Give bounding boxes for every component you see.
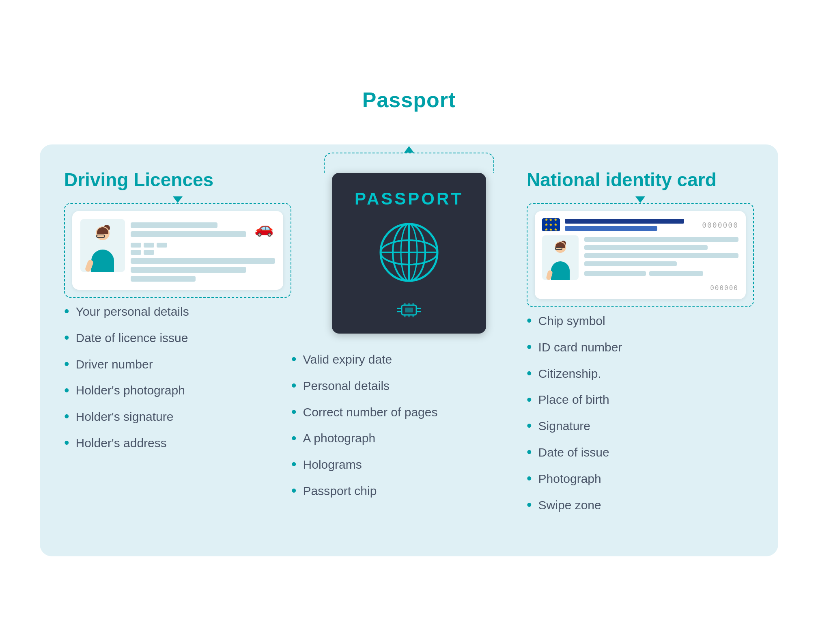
- pp-item-4: A photograph: [291, 429, 437, 448]
- eu-stars: ★ ★ ★★ ★ ★★ ★ ★: [545, 218, 558, 232]
- dl-mini-1: [131, 243, 141, 248]
- nid-item-1: Chip symbol: [527, 311, 622, 330]
- nid-bottom: 000000: [542, 284, 738, 292]
- driving-licences-column: Driving Licences: [64, 169, 291, 460]
- national-id-title: National identity card: [527, 169, 717, 191]
- nid-person-glasses: [555, 247, 562, 250]
- nid-info-lines: [584, 235, 738, 280]
- nid-person-illustration: [546, 237, 575, 280]
- nid-line-3: [584, 253, 738, 258]
- dl-person-illustration: [86, 223, 119, 272]
- nid-top-lines: [565, 219, 697, 231]
- dl-line-4: [131, 267, 246, 273]
- national-id-card: ★ ★ ★★ ★ ★★ ★ ★ 0000000: [535, 211, 746, 299]
- dl-item-2: Date of licence issue: [64, 328, 189, 347]
- national-id-column: National identity card ★ ★ ★★ ★ ★★ ★ ★: [527, 169, 754, 521]
- eu-flag-icon: ★ ★ ★★ ★ ★★ ★ ★: [542, 218, 560, 231]
- dl-info-lines: 🚗: [131, 219, 275, 282]
- dl-line-1: [131, 222, 217, 228]
- nid-line-row: [584, 271, 738, 276]
- globe-icon: [377, 220, 441, 286]
- columns: Driving Licences: [64, 169, 754, 524]
- dl-item-6: Holder's address: [64, 433, 189, 452]
- driving-licence-bracket: 🚗: [64, 203, 291, 298]
- dl-mini-4: [131, 250, 141, 255]
- page-title: Passport: [362, 88, 456, 112]
- nid-photo: [542, 235, 579, 280]
- dl-person-body: [91, 250, 114, 272]
- dl-item-1: Your personal details: [64, 302, 189, 321]
- pp-item-2: Personal details: [291, 376, 437, 395]
- dl-item-5: Holder's signature: [64, 407, 189, 426]
- nid-body: [542, 235, 738, 280]
- nid-number-bottom: 000000: [710, 284, 738, 292]
- nid-line-2: [584, 245, 708, 250]
- pp-item-5: Holograms: [291, 455, 437, 474]
- dl-mini-3: [157, 243, 167, 248]
- car-icon: 🚗: [254, 219, 273, 237]
- nid-item-2: ID card number: [527, 338, 622, 357]
- nid-top-row: ★ ★ ★★ ★ ★★ ★ ★ 0000000: [542, 218, 738, 231]
- dl-photo: [80, 219, 125, 272]
- national-id-bracket: ★ ★ ★★ ★ ★★ ★ ★ 0000000: [527, 203, 754, 307]
- passport-chip-icon: [397, 303, 421, 319]
- driving-licences-title: Driving Licences: [64, 169, 213, 191]
- dl-mini-blocks: [131, 243, 275, 255]
- main-area: Driving Licences: [40, 144, 778, 556]
- passport-list: Valid expiry date Personal details Corre…: [291, 350, 437, 508]
- nid-line-5b: [649, 271, 703, 276]
- dl-line-5: [131, 276, 196, 282]
- title-section: Passport: [40, 88, 778, 132]
- nid-blue-line-1: [565, 219, 684, 224]
- nid-item-3: Citizenship.: [527, 364, 622, 383]
- nid-number-top: 0000000: [702, 221, 738, 229]
- nid-item-5: Signature: [527, 416, 622, 435]
- dl-line-2: [131, 231, 246, 237]
- passport-column: PASSPORT: [291, 153, 527, 508]
- dl-item-4: Holder's photograph: [64, 381, 189, 400]
- dl-mini-row-2: [131, 250, 275, 255]
- passport-card-title: PASSPORT: [355, 189, 463, 209]
- passport-card: PASSPORT: [332, 173, 486, 334]
- nid-item-4: Place of birth: [527, 390, 622, 409]
- driving-licence-card: 🚗: [72, 211, 283, 290]
- dl-mini-2: [144, 243, 154, 248]
- dl-line-3: [131, 258, 275, 264]
- dl-item-3: Driver number: [64, 355, 189, 374]
- page-container: Passport Driving Licences: [24, 63, 794, 581]
- pp-item-1: Valid expiry date: [291, 350, 437, 369]
- nid-person-body: [551, 261, 570, 280]
- nid-line-1: [584, 237, 738, 242]
- national-id-list: Chip symbol ID card number Citizenship. …: [527, 311, 622, 521]
- passport-bracket-top: [324, 153, 494, 173]
- nid-item-7: Photograph: [527, 469, 622, 488]
- pp-item-6: Passport chip: [291, 481, 437, 500]
- nid-item-6: Date of issue: [527, 443, 622, 462]
- driving-licences-list: Your personal details Date of licence is…: [64, 302, 189, 460]
- dl-mini-5: [144, 250, 154, 255]
- nid-line-4: [584, 261, 677, 266]
- nid-item-8: Swipe zone: [527, 495, 622, 515]
- svg-rect-7: [405, 308, 413, 312]
- nid-line-5a: [584, 271, 646, 276]
- dl-mini-row-1: [131, 243, 275, 248]
- dl-person-glasses: [96, 235, 105, 238]
- pp-item-3: Correct number of pages: [291, 403, 437, 422]
- nid-blue-line-2: [565, 226, 657, 231]
